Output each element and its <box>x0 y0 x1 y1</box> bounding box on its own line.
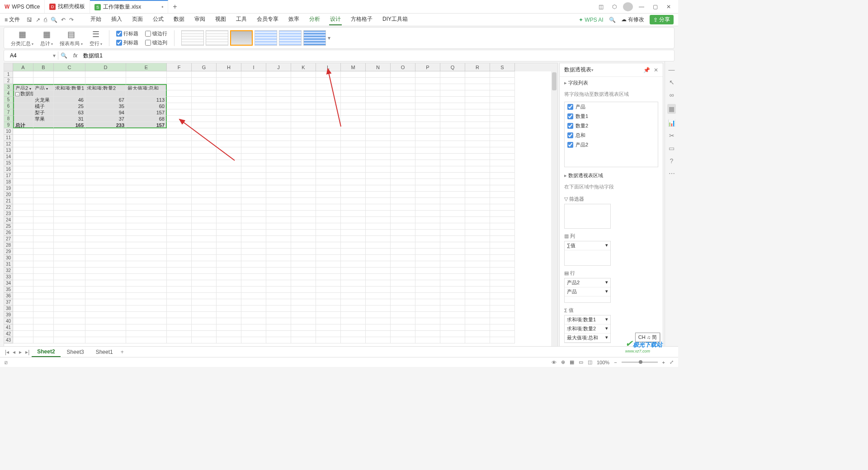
field-list[interactable]: 产品 数量1 数量2 总和 产品2 <box>564 102 658 167</box>
sheet-tab-1[interactable]: Sheet1 <box>90 348 118 357</box>
export-icon[interactable]: ↗ <box>36 17 40 23</box>
pin-icon[interactable]: 📌 <box>643 67 650 73</box>
tab-analyze[interactable]: 分析 <box>308 14 321 25</box>
subtotal-button[interactable]: ▦分类汇总 <box>11 29 33 47</box>
zoom-slider[interactable] <box>622 362 658 363</box>
chk-banded-row[interactable]: 镶边行 <box>145 30 167 37</box>
chk-banded-col[interactable]: 镶边列 <box>145 39 167 46</box>
maximize-button[interactable]: ▢ <box>650 4 660 10</box>
undo-icon[interactable]: ↶ <box>61 17 66 23</box>
search-icon[interactable]: 🔍 <box>609 17 616 23</box>
chart-icon[interactable]: 📊 <box>668 119 675 127</box>
tab-start[interactable]: 开始 <box>90 14 102 25</box>
user-avatar[interactable] <box>623 2 633 11</box>
sheet-tab-3[interactable]: Sheet3 <box>61 348 90 357</box>
report-layout-button[interactable]: ▤报表布局 <box>60 29 82 47</box>
close-panel-icon[interactable]: ✕ <box>654 67 658 73</box>
style-thumb-4[interactable] <box>255 30 277 46</box>
column-area[interactable]: ▥列∑值▾ <box>564 231 611 266</box>
tab-template[interactable]: D找稻壳模板 <box>45 0 90 13</box>
link-icon[interactable]: ∞ <box>670 91 674 99</box>
add-sheet-button[interactable]: + <box>119 349 125 355</box>
vertical-scrollbar[interactable] <box>551 71 557 349</box>
redo-icon[interactable]: ↷ <box>69 17 74 23</box>
cube-icon[interactable]: ⬡ <box>609 4 619 10</box>
zoom-value[interactable]: 100% <box>597 360 609 365</box>
field-qty1[interactable]: 数量1 <box>565 112 658 121</box>
value-area[interactable]: Σ值求和项:数量1▾求和项:数量2▾最大值项:总和▾ <box>564 306 611 343</box>
print-icon[interactable]: ⎙ <box>44 17 47 23</box>
val-icon: Σ <box>564 308 567 313</box>
field-product[interactable]: 产品 <box>565 102 658 112</box>
tab-design[interactable]: 设计 <box>329 14 342 25</box>
file-menu[interactable]: ≡ 文件 <box>5 16 20 24</box>
tab-wps-office[interactable]: WWPS Office <box>0 0 45 13</box>
sheet-last-icon[interactable]: ▸| <box>24 349 31 355</box>
sheet-first-icon[interactable]: |◂ <box>4 349 10 355</box>
view-focus-icon[interactable]: ⊕ <box>561 359 565 365</box>
view-break-icon[interactable]: ◫ <box>588 359 592 365</box>
chk-col-header[interactable]: 列标题 <box>116 39 138 46</box>
window-split-icon[interactable]: ◫ <box>596 4 606 10</box>
style-thumb-3-selected[interactable] <box>230 30 253 46</box>
view-normal-icon[interactable]: ▦ <box>570 359 574 365</box>
tab-insert[interactable]: 插入 <box>110 14 123 25</box>
blank-row-button[interactable]: ☰空行 <box>90 29 102 47</box>
status-icon[interactable]: ⎚ <box>5 360 8 365</box>
tab-data[interactable]: 数据 <box>173 14 185 25</box>
preview-icon[interactable]: 🔍 <box>51 17 57 23</box>
book-icon[interactable]: ▭ <box>669 145 675 152</box>
style-thumb-2[interactable] <box>206 30 228 46</box>
sheet-tab-2[interactable]: Sheet2 <box>32 347 60 357</box>
grandtotal-button[interactable]: ▦总计 <box>40 29 53 47</box>
panel-title: 数据透视表 <box>564 66 591 74</box>
formula-input[interactable] <box>80 52 670 60</box>
tab-member[interactable]: 会员专享 <box>256 14 279 25</box>
minimize-button[interactable]: — <box>637 4 646 10</box>
help-icon[interactable]: ? <box>670 157 674 164</box>
spreadsheet-grid[interactable]: ABCDEFGHIJKLMNOPQRS 123产品2 ▾产品 ▾求和项:数量1求… <box>4 63 558 349</box>
name-box-arrow-icon[interactable]: ▾ <box>53 52 56 59</box>
new-tab-button[interactable]: + <box>168 3 181 11</box>
style-thumb-1[interactable] <box>181 30 204 46</box>
field-total[interactable]: 总和 <box>565 131 658 140</box>
fullscreen-icon[interactable]: ⤢ <box>670 359 674 365</box>
pivot-icon[interactable]: ▦ <box>667 104 676 114</box>
fx-icon[interactable]: fx <box>73 52 77 59</box>
zoom-in-button[interactable]: + <box>662 360 665 365</box>
style-thumb-6[interactable] <box>303 30 326 46</box>
zoom-out-button[interactable]: − <box>614 360 617 365</box>
tab-efficiency[interactable]: 效率 <box>288 14 300 25</box>
style-more-button[interactable]: ▾ <box>328 35 330 41</box>
view-page-icon[interactable]: ▭ <box>579 359 583 365</box>
save-icon[interactable]: 🖫 <box>27 17 32 23</box>
sheet-prev-icon[interactable]: ◂ <box>11 349 17 355</box>
share-button[interactable]: ⇪ 分享 <box>650 15 674 24</box>
style-thumb-5[interactable] <box>279 30 302 46</box>
drag-hint: 将字段拖动至数据透视表区域 <box>560 89 663 99</box>
tab-review[interactable]: 审阅 <box>193 14 206 25</box>
tab-page[interactable]: 页面 <box>131 14 144 25</box>
tab-workbook[interactable]: S工作簿数量.xlsx• <box>90 0 168 13</box>
sheet-next-icon[interactable]: ▸ <box>18 349 23 355</box>
row-area[interactable]: ▤行产品2▾产品▾ <box>564 268 611 303</box>
name-box[interactable] <box>8 52 53 60</box>
collapse-icon[interactable]: — <box>669 66 675 73</box>
tools-icon[interactable]: ✂ <box>669 132 675 139</box>
wps-ai-button[interactable]: ✦ WPS AI <box>579 17 604 23</box>
tab-formula[interactable]: 公式 <box>152 14 165 25</box>
more-icon[interactable]: ⋯ <box>669 170 675 177</box>
tab-view[interactable]: 视图 <box>214 14 227 25</box>
close-button[interactable]: ✕ <box>664 4 674 10</box>
tab-tools[interactable]: 工具 <box>235 14 248 25</box>
pivot-style-gallery[interactable]: ▾ <box>181 30 330 46</box>
tab-diy[interactable]: DIY工具箱 <box>382 14 409 25</box>
field-product2[interactable]: 产品2 <box>565 140 658 150</box>
chk-row-header[interactable]: 行标题 <box>116 30 138 37</box>
view-eye-icon[interactable]: 👁 <box>552 360 557 365</box>
filter-area[interactable]: ▽筛选器 <box>564 194 611 229</box>
tab-fangge[interactable]: 方格格子 <box>350 14 373 25</box>
field-qty2[interactable]: 数量2 <box>565 121 658 131</box>
fx-cancel-icon[interactable]: 🔍 <box>61 52 67 59</box>
select-icon[interactable]: ↖ <box>669 79 675 86</box>
